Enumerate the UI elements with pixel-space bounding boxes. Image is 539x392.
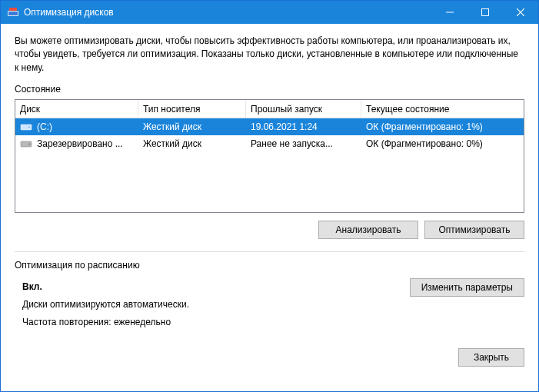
drive-icon bbox=[20, 138, 32, 150]
header-media[interactable]: Тип носителя bbox=[138, 100, 246, 118]
close-window-button[interactable] bbox=[503, 1, 538, 24]
state-label: Состояние bbox=[15, 84, 524, 95]
description-text: Вы можете оптимизировать диски, чтобы по… bbox=[15, 35, 524, 75]
last-run: 19.06.2021 1:24 bbox=[246, 121, 361, 132]
disk-name: (C:) bbox=[37, 121, 52, 132]
column-headers[interactable]: Диск Тип носителя Прошлый запуск Текущее… bbox=[15, 100, 524, 118]
svg-rect-1 bbox=[8, 12, 18, 15]
app-icon bbox=[7, 6, 19, 18]
svg-rect-4 bbox=[482, 9, 489, 16]
header-disk[interactable]: Диск bbox=[15, 100, 138, 118]
svg-point-10 bbox=[28, 144, 30, 145]
schedule-line-2: Частота повторения: еженедельно bbox=[22, 314, 410, 331]
status-text: ОК (Фрагментировано: 0%) bbox=[361, 138, 524, 149]
change-settings-button[interactable]: Изменить параметры bbox=[410, 278, 524, 297]
close-row: Закрыть bbox=[15, 348, 524, 367]
svg-rect-2 bbox=[9, 8, 17, 11]
minimize-button[interactable] bbox=[432, 1, 467, 24]
disk-name: Зарезервировано ... bbox=[37, 138, 123, 149]
window-title: Оптимизация дисков bbox=[24, 7, 432, 18]
close-button[interactable]: Закрыть bbox=[458, 348, 524, 367]
header-last[interactable]: Прошлый запуск bbox=[246, 100, 361, 118]
action-buttons: Анализировать Оптимизировать bbox=[15, 221, 524, 239]
status-text: ОК (Фрагментировано: 1%) bbox=[361, 121, 524, 132]
titlebar: Оптимизация дисков bbox=[1, 1, 538, 24]
table-row[interactable]: Зарезервировано ... Жесткий диск Ранее н… bbox=[15, 135, 524, 152]
media-type: Жесткий диск bbox=[138, 138, 246, 149]
schedule-line-1: Диски оптимизируются автоматически. bbox=[22, 296, 410, 314]
header-status[interactable]: Текущее состояние bbox=[361, 100, 524, 118]
schedule-heading: Оптимизация по расписанию bbox=[15, 260, 524, 271]
drive-list[interactable]: Диск Тип носителя Прошлый запуск Текущее… bbox=[15, 99, 524, 213]
maximize-button[interactable] bbox=[467, 1, 503, 24]
svg-point-8 bbox=[28, 127, 30, 128]
separator bbox=[15, 251, 524, 252]
schedule-block: Вкл. Диски оптимизируются автоматически.… bbox=[15, 278, 524, 331]
drive-icon bbox=[20, 121, 32, 133]
schedule-state: Вкл. bbox=[22, 278, 410, 296]
optimize-button[interactable]: Оптимизировать bbox=[424, 221, 524, 239]
window-controls bbox=[432, 1, 538, 24]
content-area: Вы можете оптимизировать диски, чтобы по… bbox=[1, 24, 538, 377]
last-run: Ранее не запуска... bbox=[246, 138, 361, 149]
table-row[interactable]: (C:) Жесткий диск 19.06.2021 1:24 ОК (Фр… bbox=[15, 118, 524, 135]
analyze-button[interactable]: Анализировать bbox=[318, 221, 418, 239]
media-type: Жесткий диск bbox=[138, 121, 246, 132]
